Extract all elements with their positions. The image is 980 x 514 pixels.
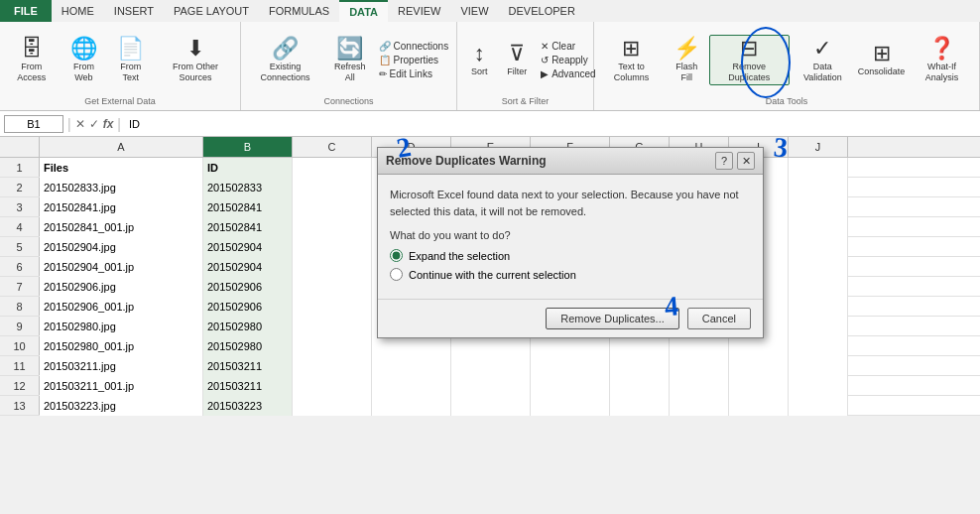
table-cell[interactable]: 201502841.jpg [40,197,203,217]
row-number[interactable]: 11 [0,356,40,375]
table-cell[interactable]: 201502904 [203,257,293,277]
table-cell[interactable] [610,396,670,416]
row-number[interactable]: 8 [0,297,40,316]
row-number[interactable]: 6 [0,257,40,276]
table-cell[interactable]: 201502904_001.jp [40,257,203,277]
table-cell[interactable] [789,336,848,356]
table-cell[interactable] [293,317,372,336]
what-if-analysis-button[interactable]: ❓ What-If Analysis [909,36,975,85]
table-cell[interactable] [372,396,451,416]
table-cell[interactable] [729,376,789,396]
table-cell[interactable] [293,257,372,277]
menu-page-layout[interactable]: PAGE LAYOUT [164,0,259,22]
menu-review[interactable]: REVIEW [388,0,450,22]
table-cell[interactable]: 201502906 [203,297,293,317]
row-number[interactable]: 7 [0,277,40,296]
table-cell[interactable] [531,336,610,356]
table-cell[interactable] [789,376,848,396]
from-text-button[interactable]: 📄 From Text [109,36,153,85]
from-other-button[interactable]: ⬇ From Other Sources [155,36,236,85]
table-cell[interactable] [293,297,372,317]
text-to-columns-button[interactable]: ⊞ Text to Columns [598,36,665,85]
table-cell[interactable] [670,336,729,356]
table-cell[interactable] [293,376,372,396]
table-cell[interactable] [610,356,670,376]
formula-fx-icon[interactable]: fx [103,117,114,131]
table-cell[interactable] [293,336,372,356]
table-cell[interactable] [293,178,372,197]
table-cell[interactable] [789,297,848,317]
table-cell[interactable]: 201502904 [203,237,293,257]
table-cell[interactable]: 201502980 [203,317,293,336]
row-number[interactable]: 3 [0,197,40,216]
table-cell[interactable] [293,158,372,178]
table-cell[interactable] [451,396,531,416]
dialog-help-button[interactable]: ? [715,152,733,170]
formula-input[interactable] [125,118,976,130]
existing-connections-button[interactable]: 🔗 Existing Connections [245,36,325,85]
table-cell[interactable]: 201502906 [203,277,293,297]
table-cell[interactable] [789,197,848,217]
flash-fill-button[interactable]: ⚡ Flash Fill [667,36,707,85]
table-cell[interactable]: 201502904.jpg [40,237,203,257]
table-cell[interactable] [789,396,848,416]
row-number[interactable]: 12 [0,376,40,395]
dialog-close-button[interactable]: ✕ [737,152,755,170]
properties-button[interactable]: 📋 Properties [375,54,453,66]
remove-duplicates-dialog[interactable]: Remove Duplicates Warning ? ✕ Microsoft … [377,147,764,338]
table-cell[interactable] [372,376,451,396]
menu-insert[interactable]: INSERT [104,0,164,22]
table-cell[interactable] [789,217,848,237]
table-cell[interactable]: 201502906_001.jp [40,297,203,317]
table-cell[interactable] [789,277,848,297]
row-number[interactable]: 10 [0,336,40,355]
col-header-A[interactable]: A [40,137,203,157]
table-cell[interactable] [729,396,789,416]
table-cell[interactable] [451,356,531,376]
table-cell[interactable] [531,376,610,396]
refresh-all-button[interactable]: 🔄 Refresh All [327,36,373,85]
table-cell[interactable] [610,336,670,356]
table-cell[interactable]: 201503223 [203,396,293,416]
row-number[interactable]: 5 [0,237,40,256]
file-tab[interactable]: FILE [0,0,52,22]
row-number[interactable]: 1 [0,158,40,177]
table-cell[interactable] [293,396,372,416]
sort-button[interactable]: ↕ Sort [461,41,497,79]
row-number[interactable]: 9 [0,317,40,335]
table-cell[interactable] [372,356,451,376]
col-header-J[interactable]: J [789,137,848,157]
table-cell[interactable] [293,356,372,376]
consolidate-button[interactable]: ⊞ Consolidate [856,41,907,79]
table-cell[interactable] [789,237,848,257]
table-cell[interactable]: Files [40,158,203,178]
current-selection-option[interactable]: Continue with the current selection [390,268,751,281]
from-web-button[interactable]: 🌐 From Web [61,36,106,85]
table-cell[interactable] [670,396,729,416]
table-cell[interactable] [531,396,610,416]
reapply-button[interactable]: ↺ Reapply [537,54,599,66]
col-header-C[interactable]: C [293,137,372,157]
table-cell[interactable] [372,336,451,356]
table-cell[interactable]: 201502841_001.jp [40,217,203,237]
menu-home[interactable]: HOME [52,0,104,22]
table-cell[interactable]: 201502980_001.jp [40,336,203,356]
table-cell[interactable]: ID [203,158,293,178]
cell-reference-input[interactable] [4,115,63,133]
table-cell[interactable]: 201502980 [203,336,293,356]
table-cell[interactable] [729,356,789,376]
table-cell[interactable] [293,277,372,297]
menu-data[interactable]: DATA [339,0,388,22]
table-cell[interactable]: 201502841 [203,197,293,217]
table-cell[interactable]: 201503223.jpg [40,396,203,416]
formula-confirm-icon[interactable]: ✓ [89,117,99,131]
row-number[interactable]: 4 [0,217,40,236]
cancel-button[interactable]: Cancel [687,308,751,329]
table-cell[interactable] [789,257,848,277]
table-cell[interactable] [451,336,531,356]
table-cell[interactable] [293,217,372,237]
table-cell[interactable] [293,237,372,257]
data-validation-button[interactable]: ✓ Data Validation [792,36,854,85]
table-cell[interactable]: 201502841 [203,217,293,237]
table-cell[interactable]: 201502833.jpg [40,178,203,197]
